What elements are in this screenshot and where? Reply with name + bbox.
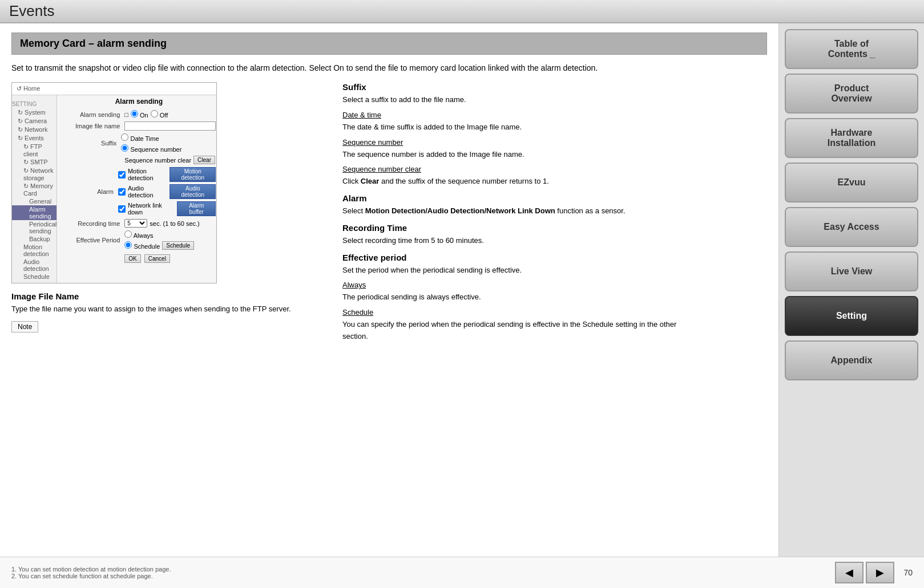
always-p: Always The periodical sending is always … — [342, 279, 685, 303]
on-radio-label[interactable]: On — [131, 110, 148, 119]
section-title: Memory Card – alarm sending — [11, 33, 767, 55]
sequence-number-radio-label[interactable]: Sequence number — [121, 144, 181, 153]
nav-audio-detection[interactable]: Audio detection — [12, 258, 57, 273]
effective-period-doc-heading: Effective period — [342, 253, 685, 262]
network-checkbox[interactable] — [118, 205, 126, 213]
cancel-button[interactable]: Cancel — [144, 254, 170, 263]
nav-arrows: ◀ ▶ — [835, 562, 894, 583]
ui-layout: SETTING ↻ System ↻ Camera ↻ Network ↻ Ev… — [12, 95, 216, 283]
motion-checkbox[interactable] — [118, 171, 126, 179]
left-panel: Memory Card – alarm sending Set to trans… — [0, 23, 779, 557]
motion-btn[interactable]: Motion detection — [170, 167, 216, 182]
alarm-text1: Select — [342, 206, 365, 215]
on-radio[interactable] — [131, 110, 138, 117]
alarm-controls: Motion detection Motion detection Audio … — [118, 167, 216, 216]
recording-time-doc-section: Recording Time Select recording time fro… — [342, 223, 685, 247]
schedule-btn[interactable]: Schedule — [162, 241, 194, 250]
alarm-doc-heading: Alarm — [342, 193, 685, 203]
nav-btn-setting[interactable]: Setting — [785, 296, 918, 336]
recording-time-unit: sec. (1 to 60 sec.) — [150, 220, 199, 227]
off-radio-label[interactable]: Off — [151, 110, 168, 119]
date-time-radio-label[interactable]: Date Time — [121, 133, 159, 142]
schedule-radio-label[interactable]: Schedule — [124, 241, 160, 250]
off-radio[interactable] — [151, 110, 158, 117]
sequence-number-link: Sequence number — [342, 138, 403, 147]
always-link: Always — [342, 281, 366, 289]
suffix-text: Select a suffix to add to the file name. — [342, 94, 685, 106]
nav-schedule[interactable]: Schedule — [12, 273, 57, 281]
nav-events[interactable]: ↻ Events — [12, 134, 57, 143]
seq-clear-p: Sequence number clear Click Clear and th… — [342, 164, 685, 188]
right-nav-panel: Table ofContents _ ProductOverview Hardw… — [779, 23, 924, 557]
audio-detection-row: Audio detection Audio detection — [118, 184, 216, 199]
seq-clear-controls: Sequence number clear Clear — [124, 156, 215, 164]
schedule-text: You can specify the period when the peri… — [342, 320, 676, 340]
intro-text: Set to transmit the snapshot or video cl… — [11, 62, 767, 74]
image-file-input[interactable] — [124, 121, 216, 131]
footer-note1: 1. You can set motion detection at motio… — [11, 566, 826, 573]
effective-period-controls: Always Schedule Schedule — [124, 230, 194, 250]
recording-time-label: Recording time — [62, 220, 124, 227]
nav-camera[interactable]: ↻ Camera — [12, 117, 57, 125]
prev-page-button[interactable]: ◀ — [835, 562, 864, 583]
page-number: 70 — [903, 568, 913, 577]
recording-time-doc-heading: Recording Time — [342, 223, 685, 233]
nav-btn-live-view[interactable]: Live View — [785, 252, 918, 291]
effective-period-label: Effective Period — [62, 237, 124, 244]
nav-smtp[interactable]: ↻ SMTP — [12, 158, 57, 167]
audio-label: Audio detection — [128, 185, 167, 198]
always-radio-label[interactable]: Always — [124, 230, 153, 239]
alarm-buffer-btn[interactable]: Alarm buffer — [177, 201, 216, 216]
nav-alarm-sending[interactable]: Alarm sending — [12, 205, 57, 220]
effective-period-doc-text: Set the period when the periodical sendi… — [342, 265, 685, 277]
alarm-doc-text: Select Motion Detection/Audio Detection/… — [342, 205, 685, 217]
recording-time-select[interactable]: 5 — [124, 219, 147, 228]
nav-general[interactable]: General — [12, 197, 57, 205]
nav-backup[interactable]: Backup — [12, 235, 57, 243]
audio-btn[interactable]: Audio detection — [170, 184, 216, 199]
nav-network[interactable]: ↻ Network — [12, 125, 57, 134]
nav-btn-hardware-installation[interactable]: HardwareInstallation — [785, 118, 918, 158]
schedule-link: Schedule — [342, 308, 373, 317]
sequence-number-radio[interactable] — [121, 144, 128, 152]
suffix-row: Suffix Date Time Sequence number — [62, 133, 216, 153]
suffix-label: Suffix — [62, 140, 121, 147]
seq-clear-bold: Clear — [361, 177, 380, 185]
page-header: Events — [0, 0, 924, 23]
ui-home-nav[interactable]: ↺ Home — [12, 83, 216, 95]
nav-periodical-sending[interactable]: Periodical sending — [12, 220, 57, 235]
always-radio[interactable] — [124, 230, 132, 238]
nav-btn-product-overview[interactable]: ProductOverview — [785, 74, 918, 113]
nav-memory-card[interactable]: ↻ Memory Card — [12, 182, 57, 197]
nav-ftp-client[interactable]: ↻ FTP client — [12, 143, 57, 158]
nav-btn-appendix[interactable]: Appendix — [785, 340, 918, 380]
home-link[interactable]: Home — [23, 85, 40, 92]
nav-btn-table-of-contents[interactable]: Table ofContents _ — [785, 29, 918, 69]
alarm-label: Alarm — [62, 188, 118, 195]
next-page-button[interactable]: ▶ — [866, 562, 894, 583]
recording-time-doc-text: Select recording time from 5 to 60 minut… — [342, 235, 685, 247]
seq-clear-text1: Click — [342, 177, 361, 185]
audio-checkbox[interactable] — [118, 188, 126, 196]
date-time-radio[interactable] — [121, 133, 128, 141]
nav-motion-detection[interactable]: Motion detection — [12, 243, 57, 258]
nav-network-storage[interactable]: ↻ Network storage — [12, 167, 57, 182]
schedule-radio[interactable] — [124, 241, 132, 249]
alarm-sending-checkbox-icon: □ — [124, 111, 128, 118]
footer-note2: 2. You can set schedule function at sche… — [11, 573, 826, 579]
seq-clear-text2: and the suffix of the sequence number re… — [379, 177, 549, 185]
image-file-label: Image file name — [62, 123, 124, 129]
schedule-p: Schedule You can specify the period when… — [342, 307, 685, 342]
setting-section-label: SETTING — [12, 101, 57, 107]
effective-period-row: Effective Period Always — [62, 230, 216, 250]
content-area: ↺ Home SETTING ↻ System ↻ Camera ↻ Netwo… — [11, 82, 767, 348]
ui-main-area: Alarm sending Alarm sending □ — [57, 95, 220, 283]
image-file-controls — [124, 121, 216, 131]
nav-btn-ezvuu[interactable]: EZvuu — [785, 163, 918, 202]
nav-system[interactable]: ↻ System — [12, 108, 57, 117]
nav-btn-easy-access[interactable]: Easy Access — [785, 207, 918, 247]
image-file-text: Type the file name you want to assign to… — [11, 303, 331, 315]
ok-button[interactable]: OK — [124, 254, 140, 263]
motion-detection-row: Motion detection Motion detection — [118, 167, 216, 182]
clear-button[interactable]: Clear — [193, 156, 215, 164]
